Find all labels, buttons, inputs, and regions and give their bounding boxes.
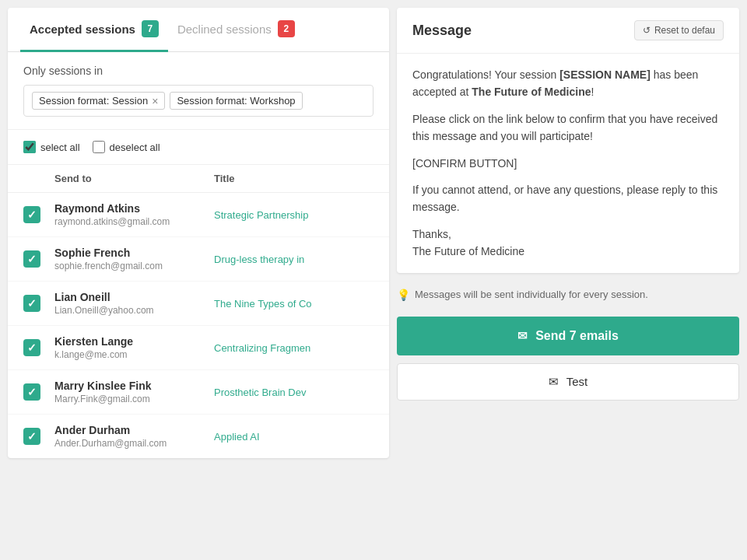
main-container: Accepted sessions 7 Declined sessions 2 …	[8, 8, 739, 458]
session-title-4: Prosthetic Brain Dev	[214, 387, 374, 398]
message-card: Message ↺ Reset to defau Congratulations…	[397, 8, 739, 273]
table-row: Sophie French sophie.french@gmail.com Dr…	[8, 237, 389, 282]
person-email-5: Ander.Durham@gmail.com	[54, 438, 214, 449]
row-checkbox-5[interactable]	[23, 428, 40, 445]
filter-tag-session[interactable]: Session format: Session ×	[32, 92, 165, 110]
tab-declined[interactable]: Declined sessions 2	[168, 8, 304, 52]
conference-name: The Future of Medicine	[472, 86, 591, 98]
table-row: Ander Durham Ander.Durham@gmail.com Appl…	[8, 415, 389, 458]
test-button[interactable]: ✉ Test	[397, 363, 739, 401]
deselect-all-label[interactable]: deselect all	[93, 141, 160, 153]
session-title-3: Centralizing Fragmen	[214, 342, 374, 354]
deselect-all-checkbox[interactable]	[93, 141, 105, 153]
tab-accepted[interactable]: Accepted sessions 7	[20, 8, 168, 52]
reset-icon: ↺	[643, 25, 651, 36]
accepted-tab-badge: 7	[142, 20, 159, 37]
session-name-placeholder: [SESSION NAME]	[559, 68, 651, 81]
declined-tab-badge: 2	[278, 20, 295, 37]
send-icon: ✉	[517, 329, 528, 343]
reset-label: Reset to defau	[654, 25, 715, 36]
table-row: Raymond Atkins raymond.atkins@gmail.com …	[8, 193, 389, 237]
accepted-tab-label: Accepted sessions	[30, 23, 135, 36]
row-checkbox-cell	[23, 428, 54, 445]
person-name-5: Ander Durham	[54, 424, 214, 436]
info-row: 💡 Messages will be sent individually for…	[397, 281, 739, 309]
row-checkbox-3[interactable]	[23, 339, 40, 356]
test-icon: ✉	[549, 375, 559, 389]
deselect-all-text: deselect all	[110, 142, 160, 153]
person-name-0: Raymond Atkins	[54, 202, 214, 215]
person-info-4: Marry Kinslee Fink Marry.Fink@gmail.com	[54, 380, 214, 404]
session-title-1: Drug-less therapy in	[214, 254, 374, 265]
test-label: Test	[566, 375, 588, 388]
filter-tag-session-text: Session format: Session	[39, 95, 148, 107]
declined-tab-label: Declined sessions	[177, 23, 272, 36]
filter-section: Only sessions in Session format: Session…	[8, 52, 389, 130]
person-email-1: sophie.french@gmail.com	[54, 261, 214, 271]
row-checkbox-cell	[23, 383, 54, 401]
row-checkbox-cell	[23, 339, 54, 356]
filter-tag-workshop-text: Session format: Workshop	[177, 95, 295, 107]
message-line3: If you cannot attend, or have any questi…	[412, 181, 724, 216]
send-emails-button[interactable]: ✉ Send 7 emails	[397, 317, 739, 355]
session-title-5: Applied AI	[214, 431, 374, 443]
info-text: Messages will be sent individually for e…	[415, 289, 648, 300]
select-controls: select all deselect all	[8, 130, 389, 165]
person-info-1: Sophie French sophie.french@gmail.com	[54, 247, 214, 271]
person-email-3: k.lange@me.com	[54, 349, 214, 360]
table-header: Send to Title	[8, 165, 389, 193]
table-row: Marry Kinslee Fink Marry.Fink@gmail.com …	[8, 370, 389, 415]
left-panel: Accepted sessions 7 Declined sessions 2 …	[8, 8, 389, 458]
row-checkbox-2[interactable]	[23, 295, 40, 312]
person-name-2: Lian Oneill	[54, 291, 214, 303]
table-row: Lian Oneill Lian.Oneill@yahoo.com The Ni…	[8, 282, 389, 326]
filter-tags-container: Session format: Session × Session format…	[23, 85, 374, 117]
message-sign: Thanks, The Future of Medicine	[412, 226, 724, 261]
person-name-3: Kiersten Lange	[54, 335, 214, 348]
message-title: Message	[412, 23, 472, 39]
row-checkbox-cell	[23, 206, 54, 223]
select-all-text: select all	[40, 142, 80, 153]
info-icon: 💡	[397, 289, 410, 301]
session-list: Raymond Atkins raymond.atkins@gmail.com …	[8, 193, 389, 458]
person-email-0: raymond.atkins@gmail.com	[54, 216, 214, 227]
person-info-0: Raymond Atkins raymond.atkins@gmail.com	[54, 202, 214, 227]
message-body: Congratulations! Your session [SESSION N…	[397, 54, 739, 273]
row-checkbox-cell	[23, 250, 54, 268]
right-panel: Message ↺ Reset to defau Congratulations…	[397, 8, 739, 458]
filter-tag-workshop[interactable]: Session format: Workshop	[170, 92, 302, 110]
select-all-checkbox[interactable]	[23, 141, 36, 153]
filter-label: Only sessions in	[23, 65, 374, 77]
filter-tag-session-remove[interactable]: ×	[152, 96, 158, 107]
session-title-2: The Nine Types of Co	[214, 298, 374, 310]
person-info-2: Lian Oneill Lian.Oneill@yahoo.com	[54, 291, 214, 316]
person-info-5: Ander Durham Ander.Durham@gmail.com	[54, 424, 214, 449]
message-card-header: Message ↺ Reset to defau	[397, 8, 739, 54]
message-line1: Congratulations! Your session [SESSION N…	[412, 66, 724, 101]
message-line2: Please click on the link below to confir…	[412, 110, 724, 145]
col-send-to: Send to	[54, 173, 214, 184]
session-title-0: Strategic Partnership	[214, 209, 374, 221]
person-email-2: Lian.Oneill@yahoo.com	[54, 305, 214, 316]
row-checkbox-0[interactable]	[23, 206, 40, 223]
person-name-1: Sophie French	[54, 247, 214, 259]
row-checkbox-cell	[23, 295, 54, 312]
select-all-label[interactable]: select all	[23, 141, 80, 153]
row-checkbox-4[interactable]	[23, 383, 40, 401]
table-row: Kiersten Lange k.lange@me.com Centralizi…	[8, 326, 389, 370]
send-label: Send 7 emails	[535, 329, 619, 343]
person-name-4: Marry Kinslee Fink	[54, 380, 214, 392]
tabs-bar: Accepted sessions 7 Declined sessions 2	[8, 8, 389, 52]
person-email-4: Marry.Fink@gmail.com	[54, 394, 214, 404]
person-info-3: Kiersten Lange k.lange@me.com	[54, 335, 214, 360]
message-confirm: [CONFIRM BUTTON]	[412, 155, 724, 172]
row-checkbox-1[interactable]	[23, 250, 40, 268]
col-title: Title	[214, 173, 374, 184]
reset-button[interactable]: ↺ Reset to defau	[634, 20, 724, 40]
